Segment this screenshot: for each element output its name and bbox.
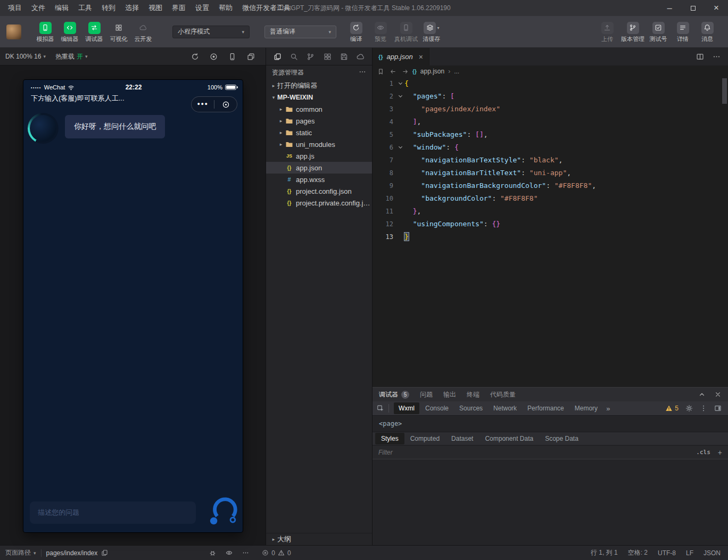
save-icon[interactable]	[340, 53, 348, 61]
menu-item[interactable]: 选择	[120, 0, 144, 16]
code-editor[interactable]: 1{2 "pages": [3 "pages/index/index"4 ],5…	[373, 77, 728, 387]
hot-reload-toggle[interactable]: 热重载 开 ▾	[55, 52, 88, 61]
more-icon[interactable]	[359, 68, 366, 76]
menu-item[interactable]: 界面	[167, 0, 191, 16]
dock-icon[interactable]	[714, 405, 722, 412]
styles-tab[interactable]: Scope Data	[539, 433, 584, 444]
outline-section[interactable]: ▸ 大纲	[266, 533, 372, 545]
chevron-up-icon[interactable]	[698, 391, 706, 398]
debugger-panel-tab[interactable]: 问题	[420, 390, 433, 399]
devtools-tab-wxml[interactable]: Wxml	[394, 402, 419, 414]
back-icon[interactable]	[390, 68, 396, 75]
cloud-icon[interactable]	[357, 53, 365, 61]
compile-mode-select[interactable]: 普通编译 ▾	[264, 26, 336, 38]
code-line[interactable]: 12 "usingComponents": {}	[373, 218, 728, 230]
styles-tab[interactable]: Computed	[404, 433, 445, 444]
version-button[interactable]: 版本管理	[619, 22, 646, 42]
devtools-tab-memory[interactable]: Memory	[570, 402, 602, 414]
cls-toggle-button[interactable]: .cls	[696, 449, 710, 456]
menu-item[interactable]: 设置	[191, 0, 214, 16]
folder-item[interactable]: ▸uni_modules	[266, 138, 372, 150]
menu-item[interactable]: 转到	[97, 0, 120, 16]
explorer-section[interactable]: ▸打开的编辑器	[266, 80, 372, 92]
breadcrumb-more[interactable]: ...	[454, 68, 459, 75]
close-icon[interactable]	[714, 391, 722, 398]
fold-chevron-icon[interactable]	[396, 90, 404, 103]
menu-item[interactable]: 微信开发者工具	[237, 0, 295, 16]
status-item[interactable]: JSON	[704, 548, 721, 557]
devtools-tab-sources[interactable]: Sources	[454, 402, 487, 414]
problems-counts[interactable]: 00	[262, 549, 291, 557]
debugger-panel-tab[interactable]: 调试器5	[379, 390, 409, 399]
refresh-icon[interactable]	[191, 53, 199, 61]
add-style-button[interactable]: +	[718, 448, 722, 457]
file-item[interactable]: JSapp.js	[266, 150, 372, 162]
modules-icon[interactable]	[324, 53, 332, 61]
split-icon[interactable]	[696, 53, 704, 61]
status-item[interactable]: UTF-8	[658, 548, 676, 557]
bookmark-icon[interactable]	[377, 68, 384, 75]
explorer-more-button[interactable]	[359, 68, 366, 77]
capsule-more-button[interactable]: ●●●	[192, 102, 214, 107]
wxml-tree[interactable]: <page>	[373, 416, 728, 432]
wxml-node[interactable]: <page>	[379, 420, 402, 427]
code-line[interactable]: 4 ],	[373, 116, 728, 128]
tabs-overflow-chevron[interactable]: »	[603, 405, 613, 413]
debugger-panel-tab[interactable]: 终端	[467, 390, 479, 399]
record-icon[interactable]	[210, 53, 218, 61]
code-line[interactable]: 6 "window": {	[373, 141, 728, 154]
file-item[interactable]: #app.wxss	[266, 174, 372, 185]
capsule-home-button[interactable]	[214, 101, 237, 109]
more-icon[interactable]	[242, 549, 249, 556]
page-path-selector[interactable]: 页面路径 ▾	[5, 548, 36, 557]
menu-item[interactable]: 帮助	[214, 0, 237, 16]
editor-scrollbar[interactable]	[721, 77, 728, 387]
inspect-icon[interactable]	[377, 405, 384, 412]
debugger-panel-tab[interactable]: 输出	[443, 390, 456, 399]
details-button[interactable]: 详情	[671, 22, 695, 42]
styles-tab[interactable]: Component Data	[479, 433, 539, 444]
device-icon[interactable]	[228, 53, 236, 61]
maximize-button[interactable]	[681, 0, 705, 16]
cloud-dev-button[interactable]: 云开发	[131, 22, 155, 42]
code-line[interactable]: 1{	[373, 77, 728, 90]
code-line[interactable]: 11 },	[373, 205, 728, 218]
eye-icon[interactable]	[226, 549, 233, 556]
compile-button[interactable]: 编译	[344, 22, 368, 42]
forward-icon[interactable]	[402, 68, 409, 75]
visual-button[interactable]: 可视化	[106, 22, 131, 42]
fold-chevron-icon[interactable]	[396, 141, 404, 154]
copy-path-button[interactable]	[101, 549, 108, 556]
status-item[interactable]: 行 1, 列 1	[591, 548, 618, 557]
simulator-button[interactable]: 模拟器	[33, 22, 57, 42]
folder-item[interactable]: ▸common	[266, 103, 372, 115]
chevron-down-icon[interactable]: ▾	[437, 26, 439, 30]
editor-button[interactable]: 编辑器	[57, 22, 82, 42]
copy-icon[interactable]	[101, 549, 108, 556]
mode-select[interactable]: 小程序模式 ▾	[172, 26, 250, 38]
test-button[interactable]: 测试号	[646, 22, 671, 42]
fold-chevron-icon[interactable]	[396, 77, 404, 90]
code-line[interactable]: 13}	[373, 230, 728, 243]
more-icon[interactable]	[713, 53, 721, 61]
tab-close-icon[interactable]: ×	[417, 53, 423, 61]
devtools-tab-console[interactable]: Console	[420, 402, 453, 414]
debugger-panel-tab[interactable]: 代码质量	[490, 390, 516, 399]
code-line[interactable]: 10 "backgroundColor": "#F8F8F8"	[373, 192, 728, 205]
clear-cache-button[interactable]: ▾清缓存	[419, 22, 444, 42]
git-branch-icon[interactable]	[307, 53, 315, 61]
devtools-tab-performance[interactable]: Performance	[523, 402, 569, 414]
menu-item[interactable]: 项目	[3, 0, 27, 16]
menu-item[interactable]: 文件	[27, 0, 50, 16]
remote-debug-button[interactable]: 真机调试	[393, 22, 419, 42]
windows-icon[interactable]	[247, 53, 255, 61]
code-line[interactable]: 7 "navigationBarTextStyle": "black",	[373, 154, 728, 167]
device-select[interactable]: DK 100% 16 ▾	[5, 53, 46, 60]
editor-tab-app-json[interactable]: {} app.json ×	[373, 48, 429, 65]
scrollbar-thumb[interactable]	[722, 78, 727, 104]
preview-button[interactable]: 预览	[368, 22, 393, 42]
close-button[interactable]: ×	[705, 0, 728, 16]
menu-item[interactable]: 编辑	[50, 0, 73, 16]
styles-tab[interactable]: Styles	[375, 433, 404, 444]
code-line[interactable]: 5 "subPackages": [],	[373, 128, 728, 141]
